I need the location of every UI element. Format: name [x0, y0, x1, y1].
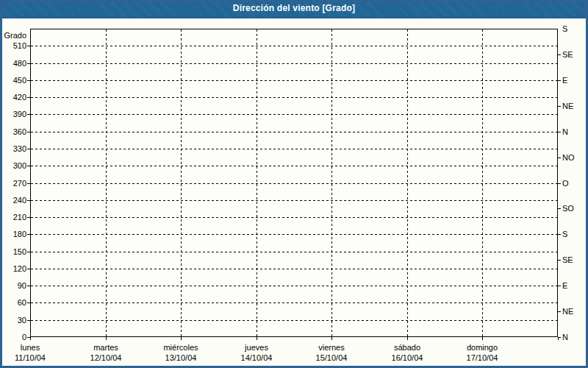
compass-label: NO [562, 152, 575, 163]
right-axis-tick [558, 54, 561, 55]
v-gridline [407, 29, 408, 336]
y-axis-tick-label: 180 [0, 229, 26, 239]
compass-label: E [562, 280, 567, 291]
right-axis-tick [558, 234, 561, 235]
v-gridline [482, 29, 483, 336]
y-axis-tick [27, 166, 30, 166]
h-gridline [31, 183, 557, 184]
y-axis-tick [27, 149, 30, 149]
compass-label: SE [562, 49, 573, 60]
y-axis-tick [27, 200, 30, 201]
v-gridline [257, 29, 257, 336]
compass-label: S [562, 229, 567, 239]
chart-title: Dirección del viento [Grado] [233, 0, 355, 17]
y-axis-tick [27, 320, 30, 321]
compass-label: N [562, 127, 568, 137]
x-axis-tick [181, 337, 182, 340]
h-gridline [31, 234, 557, 235]
chart-canvas: Grado 0306090120150180210240270300330360… [0, 0, 588, 368]
y-axis-tick-label: 510 [0, 40, 26, 51]
y-axis-tick-label: 210 [0, 212, 26, 222]
h-gridline [31, 269, 557, 269]
y-axis-tick [27, 97, 30, 98]
y-axis-tick-label: 150 [0, 247, 26, 257]
y-axis-tick [27, 183, 30, 184]
compass-label: E [562, 75, 567, 85]
weekday-label: viernes [287, 342, 376, 353]
x-axis-tick [407, 337, 408, 340]
v-gridline [181, 29, 182, 336]
x-axis-day-label: viernes15/10/04 [287, 342, 376, 363]
y-axis-tick-label: 480 [0, 58, 26, 68]
x-axis-day-label: miércoles13/10/04 [137, 342, 225, 363]
compass-label: NE [562, 101, 573, 111]
h-gridline [31, 252, 557, 252]
y-axis-tick [27, 252, 30, 252]
x-axis-tick [30, 337, 31, 340]
h-gridline [31, 200, 557, 201]
y-axis-tick-label: 420 [0, 92, 26, 102]
right-axis-tick [558, 80, 561, 81]
y-axis-tick-label: 300 [0, 160, 26, 171]
h-gridline [31, 302, 557, 303]
right-axis-tick [558, 158, 561, 158]
y-axis-tick-label: 90 [0, 280, 26, 291]
h-gridline [31, 80, 557, 81]
x-axis-tick [558, 337, 559, 340]
h-gridline [31, 166, 557, 166]
compass-label: SE [562, 255, 573, 265]
y-axis-tick-label: 0 [0, 332, 26, 342]
y-axis-tick [27, 132, 30, 132]
x-axis-tick [257, 337, 257, 340]
x-axis-day-label: domingo17/10/04 [438, 342, 526, 363]
h-gridline [31, 320, 557, 321]
h-gridline [31, 217, 557, 218]
h-gridline [31, 114, 557, 115]
y-axis-tick [27, 46, 30, 46]
window-titlebar: Dirección del viento [Grado] [0, 0, 588, 18]
compass-label: NE [562, 306, 573, 316]
x-axis-tick [482, 337, 483, 340]
y-axis-tick [27, 269, 30, 269]
y-axis-tick [27, 80, 30, 81]
date-label: 13/10/04 [137, 353, 225, 363]
y-axis-tick-label: 240 [0, 195, 26, 205]
v-gridline [106, 29, 107, 336]
y-axis-tick [27, 286, 30, 286]
x-axis-tick [106, 337, 107, 340]
y-axis-tick [27, 63, 30, 64]
right-axis-tick [558, 311, 561, 312]
right-axis-tick [558, 132, 561, 132]
y-axis-tick-label: 360 [0, 127, 26, 137]
right-axis-tick [558, 208, 561, 209]
right-axis-tick [558, 183, 561, 184]
compass-label: N [562, 332, 568, 342]
y-axis-tick [27, 217, 30, 218]
right-axis-tick [558, 260, 561, 261]
weekday-label: miércoles [137, 342, 225, 353]
y-axis-tick-label: 120 [0, 263, 26, 274]
weekday-label: domingo [438, 342, 526, 353]
compass-label: O [562, 178, 569, 188]
y-axis-tick [27, 114, 30, 115]
y-axis-tick-label: 270 [0, 178, 26, 188]
h-gridline [31, 132, 557, 132]
y-axis-tick-label: 60 [0, 297, 26, 308]
y-axis-tick-label: 330 [0, 144, 26, 154]
x-axis-tick [331, 337, 332, 340]
y-axis-unit-label: Grado [0, 30, 26, 40]
h-gridline [31, 286, 557, 286]
y-axis-tick-label: 30 [0, 315, 26, 325]
h-gridline [31, 149, 557, 149]
compass-label: S [562, 24, 567, 34]
y-axis-tick-label: 390 [0, 109, 26, 119]
date-label: 15/10/04 [287, 353, 376, 363]
compass-label: SO [562, 203, 574, 213]
right-axis-tick [558, 106, 561, 107]
v-gridline [331, 29, 332, 336]
h-gridline [31, 46, 557, 46]
h-gridline [31, 97, 557, 98]
wind-direction-chart-window: Dirección del viento [Grado] Grado 03060… [0, 0, 588, 368]
date-label: 17/10/04 [438, 353, 526, 363]
h-gridline [31, 63, 557, 64]
